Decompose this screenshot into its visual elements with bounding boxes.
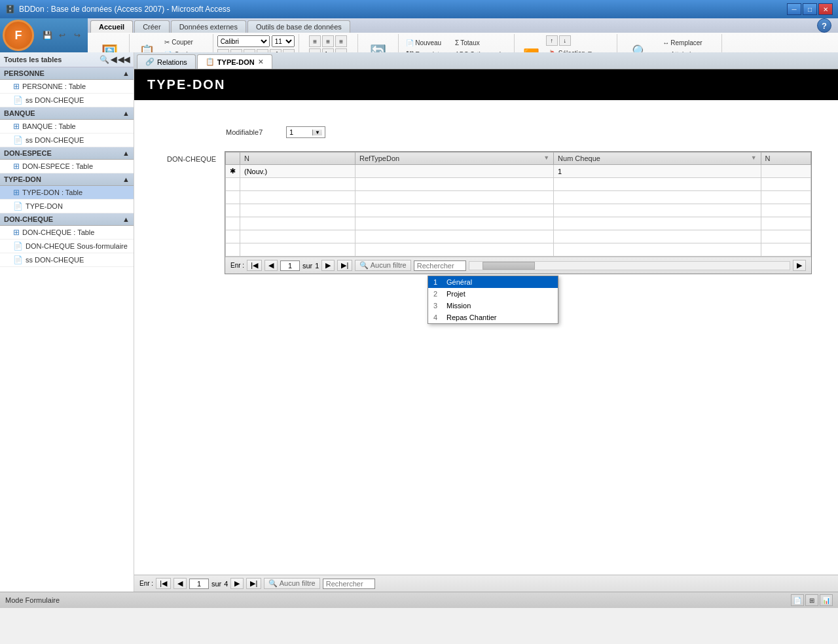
nav-prev-outer[interactable]: ◀ xyxy=(173,578,187,589)
combo-arrow[interactable]: ▼ xyxy=(312,130,322,135)
ribbon-top-bar: F 💾 ↩ ↪ Accueil Créer Données externes O… xyxy=(0,18,838,52)
sidebar-item-personne-form[interactable]: 📄 ss DON-CHEQUE xyxy=(0,94,134,107)
quick-access-toolbar: 💾 ↩ ↪ xyxy=(37,27,88,43)
sidebar-item-typedon-form[interactable]: 📄 TYPE-DON xyxy=(0,200,134,213)
scroll-bar-h[interactable] xyxy=(469,261,790,270)
doncheque-label: DON-CHEQUE xyxy=(167,151,219,163)
app-icon: 🗄️ xyxy=(5,5,15,14)
nav-first-outer[interactable]: |◀ xyxy=(156,578,171,589)
scroll-right-inner[interactable]: ▶ xyxy=(793,260,806,271)
couper-button[interactable]: ✂ Couper xyxy=(161,37,208,48)
nav-next-inner[interactable]: ▶ xyxy=(321,260,335,271)
sidebar-group-banque[interactable]: BANQUE ▲ xyxy=(0,107,134,120)
search-input-outer[interactable] xyxy=(323,579,375,589)
tab-donnees-externes[interactable]: Données externes xyxy=(171,20,246,33)
office-button[interactable]: F xyxy=(3,20,34,51)
tab-accueil[interactable]: Accueil xyxy=(90,20,133,33)
form-title: TYPE-DON xyxy=(134,69,838,100)
tab-relations[interactable]: 🔗 Relations xyxy=(137,54,196,69)
align-left-button[interactable]: ≡ xyxy=(309,35,321,47)
th-n2[interactable]: N xyxy=(761,152,811,165)
search-input-inner[interactable] xyxy=(414,260,466,271)
sidebar-group-personne[interactable]: PERSONNE ▲ xyxy=(0,67,134,80)
cell-n2[interactable] xyxy=(761,165,811,178)
align-right-button[interactable]: ≡ xyxy=(335,35,347,47)
align-center-button[interactable]: ≡ xyxy=(322,35,334,47)
sidebar-item-banque-form[interactable]: 📄 ss DON-CHEQUE xyxy=(0,134,134,147)
status-text: Mode Formulaire xyxy=(5,596,60,604)
close-button[interactable]: ✕ xyxy=(818,3,833,15)
remplacer-button[interactable]: ↔ Remplacer xyxy=(659,37,718,48)
aucun-filtre-inner[interactable]: 🔍 Aucun filtre xyxy=(355,260,410,271)
nav-last-outer[interactable]: ▶| xyxy=(246,578,261,589)
nav-next-outer[interactable]: ▶ xyxy=(230,578,244,589)
modifiable7-input[interactable] xyxy=(289,128,312,136)
th-numcheque[interactable]: Num Cheque ▼ xyxy=(554,152,761,165)
nouveau-button[interactable]: 📄 Nouveau xyxy=(403,37,450,48)
dropdown-item-4[interactable]: 4 Repas Chantier xyxy=(428,312,558,323)
sort-asc-button[interactable]: ↑ xyxy=(546,35,558,46)
view-layout-btn[interactable]: 📊 xyxy=(820,594,833,606)
minimize-button[interactable]: ─ xyxy=(787,3,801,15)
aucun-filtre-outer[interactable]: 🔍 Aucun filtre xyxy=(264,578,319,589)
sidebar-items: PERSONNE ▲ ⊞ PERSONNE : Table 📄 ss DON-C… xyxy=(0,67,134,592)
modifiable7-combo[interactable]: ▼ xyxy=(286,126,325,138)
tab-creer[interactable]: Créer xyxy=(134,20,170,33)
table-row xyxy=(226,191,811,204)
sidebar-item-doncheque-sousformulaire[interactable]: 📄 DON-CHEQUE Sous-formulaire xyxy=(0,240,134,253)
row-indicator: ✱ xyxy=(226,165,240,178)
nav-first-inner[interactable]: |◀ xyxy=(247,260,262,271)
view-form-btn[interactable]: 📄 xyxy=(791,594,804,606)
dropdown-item-2[interactable]: 2 Projet xyxy=(428,288,558,300)
font-family-select[interactable]: Calibri xyxy=(217,35,270,47)
sidebar-item-doncheque-table[interactable]: ⊞ DON-CHEQUE : Table xyxy=(0,226,134,240)
sidebar-collapse-icon[interactable]: ◀◀ xyxy=(118,55,130,64)
nav-last-inner[interactable]: ▶| xyxy=(337,260,352,271)
nav-prev-inner[interactable]: ◀ xyxy=(264,260,278,271)
sidebar-search-icon[interactable]: 🔍 xyxy=(100,55,109,64)
font-size-select[interactable]: 11 xyxy=(272,35,295,47)
th-reftypedon[interactable]: RefTypeDon ▼ xyxy=(355,152,554,165)
maximize-button[interactable]: □ xyxy=(803,3,817,15)
cell-nouv[interactable]: (Nouv.) xyxy=(240,165,355,178)
help-button[interactable]: ? xyxy=(817,18,831,33)
cell-numcheque[interactable]: 1 xyxy=(554,165,761,178)
sort-reftypedon-icon[interactable]: ▼ xyxy=(543,154,549,161)
th-indicator xyxy=(226,152,240,165)
tab-outils[interactable]: Outils de base de données xyxy=(247,20,350,33)
sidebar-group-doncheque[interactable]: DON-CHEQUE ▲ xyxy=(0,213,134,226)
dropdown-item-3[interactable]: 3 Mission xyxy=(428,300,558,312)
outer-nav-bar: Enr : |◀ ◀ sur 4 ▶ ▶| 🔍 Aucun filtre xyxy=(134,575,838,592)
sidebar-item-banque-table[interactable]: ⊞ BANQUE : Table xyxy=(0,120,134,134)
status-bar: Mode Formulaire 📄 ⊞ 📊 xyxy=(0,592,838,608)
group-expand-icon: ▲ xyxy=(122,109,130,117)
th-n[interactable]: N xyxy=(240,152,355,165)
redo-quick-btn[interactable]: ↪ xyxy=(71,29,84,42)
title-bar: 🗄️ BDDon : Base de données (Access 2007)… xyxy=(0,0,838,18)
undo-quick-btn[interactable]: ↩ xyxy=(56,29,69,42)
table-row xyxy=(226,217,811,230)
form-icon: 📄 xyxy=(13,255,23,264)
table-icon: ⊞ xyxy=(13,188,20,197)
sidebar-item-typedon-table[interactable]: ⊞ TYPE-DON : Table xyxy=(0,186,134,200)
tab-typedon[interactable]: 📋 TYPE-DON ✕ xyxy=(197,54,272,69)
save-quick-btn[interactable]: 💾 xyxy=(41,29,54,42)
sidebar-item-personne-table[interactable]: ⊞ PERSONNE : Table xyxy=(0,80,134,94)
sort-numcheque-icon[interactable]: ▼ xyxy=(751,154,757,161)
tab-close-icon[interactable]: ✕ xyxy=(257,58,264,65)
nav-current-inner[interactable] xyxy=(280,260,300,271)
sidebar-group-donespece[interactable]: DON-ESPECE ▲ xyxy=(0,147,134,160)
sidebar-group-typedon[interactable]: TYPE-DON ▲ xyxy=(0,173,134,186)
table-icon: ⊞ xyxy=(13,82,20,91)
dropdown-item-1[interactable]: 1 Général xyxy=(428,276,558,288)
filter-icon-outer: 🔍 xyxy=(268,579,278,587)
sidebar: Toutes les tables 🔍 ◀ ◀◀ PERSONNE ▲ ⊞ PE… xyxy=(0,52,134,592)
nav-current-outer[interactable] xyxy=(189,579,209,589)
view-table-btn[interactable]: ⊞ xyxy=(805,594,818,606)
sidebar-item-doncheque-form[interactable]: 📄 ss DON-CHEQUE xyxy=(0,253,134,267)
cell-reftypedon[interactable] xyxy=(355,165,554,178)
totaux-button[interactable]: Σ Totaux xyxy=(452,37,510,48)
sort-desc-button[interactable]: ↓ xyxy=(559,35,571,46)
sidebar-item-donespece-table[interactable]: ⊞ DON-ESPECE : Table xyxy=(0,160,134,173)
sidebar-close-icon[interactable]: ◀ xyxy=(111,55,117,64)
